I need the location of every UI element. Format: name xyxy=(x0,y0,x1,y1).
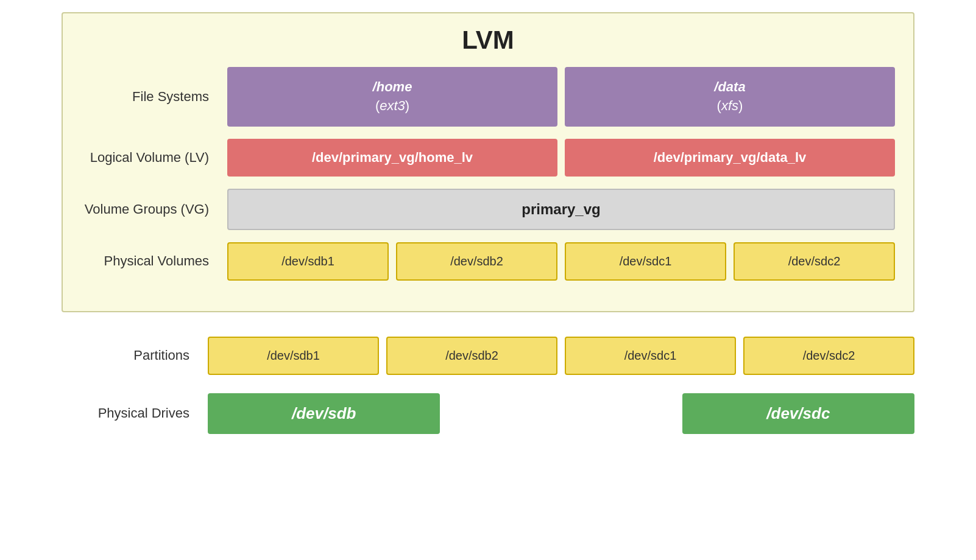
vg-primary-text: primary_vg xyxy=(522,201,600,217)
lvm-title: LVM xyxy=(81,26,895,55)
partition-block-sdc1: /dev/sdc1 xyxy=(565,337,736,375)
pv-block-sdc1: /dev/sdc1 xyxy=(565,242,726,281)
lv-home-text: /dev/primary_vg/home_lv xyxy=(312,150,473,165)
drive-spacer-left xyxy=(447,393,557,434)
vg-block-primary: primary_vg xyxy=(227,189,895,230)
pv-sdc2-text: /dev/sdc2 xyxy=(788,254,841,268)
lv-block-home: /dev/primary_vg/home_lv xyxy=(227,139,557,177)
logical-volume-row: Logical Volume (LV) /dev/primary_vg/home… xyxy=(81,139,895,177)
lvm-container: LVM File Systems /home (ext3) /data (xfs… xyxy=(62,12,914,312)
partitions-row: Partitions /dev/sdb1 /dev/sdb2 /dev/sdc1… xyxy=(62,337,914,375)
drive-sdb-text: /dev/sdb xyxy=(292,404,356,422)
partition-block-sdb1: /dev/sdb1 xyxy=(208,337,379,375)
pv-sdb1-text: /dev/sdb1 xyxy=(281,254,334,268)
drive-spacer-right xyxy=(565,393,675,434)
partition-sdc1-text: /dev/sdc1 xyxy=(624,349,677,362)
physical-drives-content: /dev/sdb /dev/sdc xyxy=(208,393,914,434)
pv-sdb2-text: /dev/sdb2 xyxy=(450,254,503,268)
physical-volumes-content: /dev/sdb1 /dev/sdb2 /dev/sdc1 /dev/sdc2 xyxy=(227,242,895,281)
file-systems-row: File Systems /home (ext3) /data (xfs) xyxy=(81,67,895,127)
fs-data-line2: (xfs) xyxy=(717,98,743,113)
fs-home-line1: /home xyxy=(373,79,412,94)
drive-sdc-text: /dev/sdc xyxy=(766,404,830,422)
fs-home-line2: (ext3) xyxy=(375,98,409,113)
partitions-content: /dev/sdb1 /dev/sdb2 /dev/sdc1 /dev/sdc2 xyxy=(208,337,914,375)
drive-block-sdb: /dev/sdb xyxy=(208,393,440,434)
partition-sdb1-text: /dev/sdb1 xyxy=(267,349,320,362)
logical-volume-content: /dev/primary_vg/home_lv /dev/primary_vg/… xyxy=(227,139,895,177)
volume-groups-label: Volume Groups (VG) xyxy=(81,201,227,217)
fs-block-home: /home (ext3) xyxy=(227,67,557,127)
physical-drives-label: Physical Drives xyxy=(62,405,208,421)
physical-volumes-label: Physical Volumes xyxy=(81,253,227,269)
pv-block-sdb2: /dev/sdb2 xyxy=(396,242,557,281)
partition-sdb2-text: /dev/sdb2 xyxy=(445,349,498,362)
fs-block-data: /data (xfs) xyxy=(565,67,895,127)
physical-drives-row: Physical Drives /dev/sdb /dev/sdc xyxy=(62,393,914,434)
file-systems-content: /home (ext3) /data (xfs) xyxy=(227,67,895,127)
drive-block-sdc: /dev/sdc xyxy=(682,393,914,434)
partition-block-sdc2: /dev/sdc2 xyxy=(743,337,914,375)
partition-block-sdb2: /dev/sdb2 xyxy=(386,337,557,375)
partition-sdc2-text: /dev/sdc2 xyxy=(803,349,855,362)
volume-groups-row: Volume Groups (VG) primary_vg xyxy=(81,189,895,230)
pv-sdc1-text: /dev/sdc1 xyxy=(620,254,672,268)
file-systems-label: File Systems xyxy=(81,89,227,105)
volume-groups-content: primary_vg xyxy=(227,189,895,230)
partitions-label: Partitions xyxy=(62,348,208,363)
lv-data-text: /dev/primary_vg/data_lv xyxy=(654,150,807,165)
below-container: Partitions /dev/sdb1 /dev/sdb2 /dev/sdc1… xyxy=(62,337,914,434)
pv-block-sdb1: /dev/sdb1 xyxy=(227,242,389,281)
logical-volume-label: Logical Volume (LV) xyxy=(81,150,227,166)
physical-volumes-row: Physical Volumes /dev/sdb1 /dev/sdb2 /de… xyxy=(81,242,895,281)
lv-block-data: /dev/primary_vg/data_lv xyxy=(565,139,895,177)
pv-block-sdc2: /dev/sdc2 xyxy=(734,242,895,281)
fs-data-line1: /data xyxy=(714,79,745,94)
